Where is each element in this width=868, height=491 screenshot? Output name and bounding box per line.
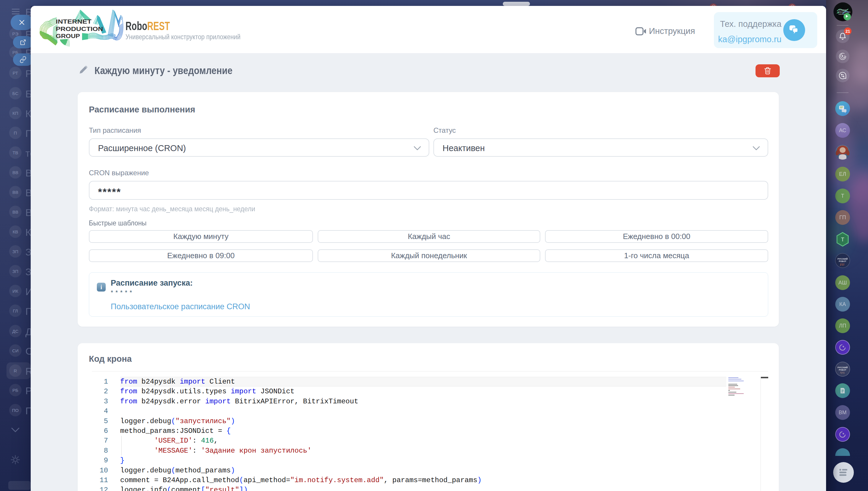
svg-text:Т: Т	[841, 237, 844, 242]
svg-text:PRODUCTION: PRODUCTION	[56, 26, 103, 32]
svg-text:РОБОТ: РОБОТ	[839, 260, 846, 263]
svg-text:РОБОТ: РОБОТ	[839, 369, 846, 371]
svg-text:INTERNET: INTERNET	[56, 18, 91, 25]
svg-text:INTERNET: INTERNET	[838, 9, 847, 11]
svg-text:GROUP: GROUP	[56, 33, 80, 39]
